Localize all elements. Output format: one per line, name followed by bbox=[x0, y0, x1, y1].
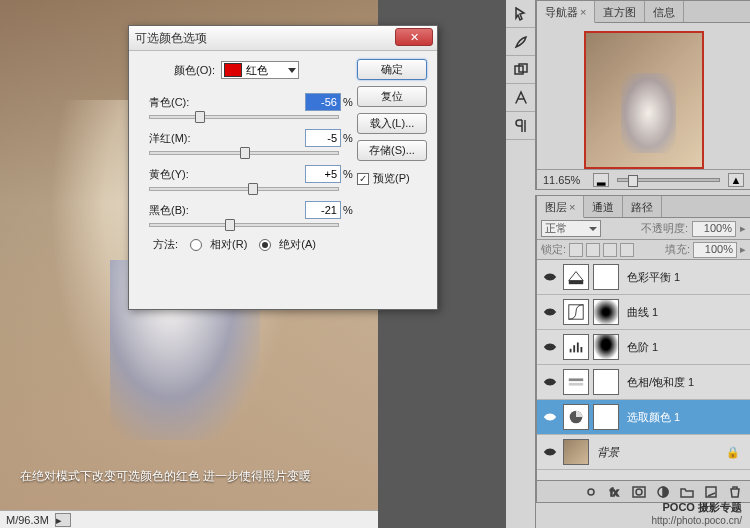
svg-rect-7 bbox=[570, 349, 572, 353]
relative-label[interactable]: 相对(R) bbox=[210, 237, 247, 252]
layer-row[interactable]: 色彩平衡 1 bbox=[537, 260, 750, 295]
visibility-icon[interactable] bbox=[541, 373, 559, 391]
relative-radio[interactable] bbox=[190, 239, 202, 251]
layer-mask-thumb[interactable] bbox=[593, 334, 619, 360]
slider-thumb-icon[interactable] bbox=[240, 147, 250, 159]
layer-name-label[interactable]: 选取颜色 1 bbox=[627, 410, 680, 425]
dialog-titlebar[interactable]: 可选颜色选项 ✕ bbox=[129, 26, 437, 51]
svg-text:fx: fx bbox=[610, 486, 619, 498]
tab-histogram[interactable]: 直方图 bbox=[595, 1, 645, 22]
zoom-slider[interactable] bbox=[617, 178, 720, 182]
black-slider[interactable] bbox=[149, 223, 339, 227]
chevron-down-icon bbox=[589, 227, 597, 231]
svg-rect-12 bbox=[569, 378, 583, 381]
paragraph-panel-icon[interactable] bbox=[506, 112, 535, 140]
svg-rect-3 bbox=[569, 281, 583, 285]
cyan-label: 青色(C): bbox=[149, 95, 207, 110]
close-button[interactable]: ✕ bbox=[395, 28, 433, 46]
character-panel-icon[interactable] bbox=[506, 84, 535, 112]
levels-thumb-icon[interactable] bbox=[563, 334, 589, 360]
blend-mode-dropdown[interactable]: 正常 bbox=[541, 220, 601, 237]
color-selected-name: 红色 bbox=[246, 63, 268, 78]
preview-label[interactable]: 预览(P) bbox=[373, 171, 410, 186]
link-layers-icon[interactable] bbox=[582, 484, 600, 500]
layer-row[interactable]: 色相/饱和度 1 bbox=[537, 365, 750, 400]
save-button[interactable]: 存储(S)... bbox=[357, 140, 427, 161]
lock-transparent-icon[interactable] bbox=[569, 243, 583, 257]
arrow-tool-icon[interactable] bbox=[506, 0, 535, 28]
layer-name-label[interactable]: 色阶 1 bbox=[627, 340, 658, 355]
close-icon[interactable]: × bbox=[569, 201, 575, 213]
layer-mask-thumb[interactable] bbox=[593, 299, 619, 325]
layer-mask-thumb[interactable] bbox=[593, 369, 619, 395]
magenta-slider[interactable] bbox=[149, 151, 339, 155]
adjustment-thumb-icon[interactable] bbox=[563, 264, 589, 290]
selective-color-dialog: 可选颜色选项 ✕ 颜色(O): 红色 青色(C): -56 % 洋红(M): -… bbox=[128, 25, 438, 310]
chevron-right-icon[interactable]: ▸ bbox=[740, 243, 746, 256]
add-mask-icon[interactable] bbox=[630, 484, 648, 500]
brush-panel-icon[interactable] bbox=[506, 28, 535, 56]
fill-input[interactable]: 100% bbox=[693, 242, 737, 258]
tab-navigator[interactable]: 导航器× bbox=[537, 1, 595, 23]
absolute-radio[interactable] bbox=[259, 239, 271, 251]
background-thumb[interactable] bbox=[563, 439, 589, 465]
cyan-input[interactable]: -56 bbox=[305, 93, 341, 111]
layer-row[interactable]: 背景 🔒 bbox=[537, 435, 750, 470]
navigator-thumbnail[interactable] bbox=[584, 31, 704, 169]
svg-point-14 bbox=[548, 415, 552, 419]
status-arrow-icon[interactable]: ▸ bbox=[55, 513, 71, 527]
zoom-in-button[interactable]: ▲ bbox=[728, 173, 744, 187]
curves-thumb-icon[interactable] bbox=[563, 299, 589, 325]
layer-fx-icon[interactable]: fx bbox=[606, 484, 624, 500]
absolute-label[interactable]: 绝对(A) bbox=[279, 237, 316, 252]
chevron-down-icon bbox=[288, 68, 296, 73]
load-button[interactable]: 载入(L)... bbox=[357, 113, 427, 134]
layer-row[interactable]: 色阶 1 bbox=[537, 330, 750, 365]
lock-paint-icon[interactable] bbox=[586, 243, 600, 257]
huesat-thumb-icon[interactable] bbox=[563, 369, 589, 395]
visibility-icon[interactable] bbox=[541, 268, 559, 286]
ok-button[interactable]: 确定 bbox=[357, 59, 427, 80]
selective-color-thumb-icon[interactable] bbox=[563, 404, 589, 430]
tab-paths[interactable]: 路径 bbox=[623, 196, 662, 217]
zoom-out-button[interactable]: ▂ bbox=[593, 173, 609, 187]
visibility-icon[interactable] bbox=[541, 303, 559, 321]
layer-mask-thumb[interactable] bbox=[593, 404, 619, 430]
slider-thumb-icon[interactable] bbox=[225, 219, 235, 231]
preview-checkbox[interactable] bbox=[357, 173, 369, 185]
layer-row[interactable]: 曲线 1 bbox=[537, 295, 750, 330]
slider-thumb-icon[interactable] bbox=[248, 183, 258, 195]
yellow-input[interactable]: +5 bbox=[305, 165, 341, 183]
black-input[interactable]: -21 bbox=[305, 201, 341, 219]
slider-thumb-icon[interactable] bbox=[195, 111, 205, 123]
visibility-icon[interactable] bbox=[541, 408, 559, 426]
layer-name-label[interactable]: 背景 bbox=[597, 445, 619, 460]
black-label: 黑色(B): bbox=[149, 203, 207, 218]
cyan-slider[interactable] bbox=[149, 115, 339, 119]
clone-panel-icon[interactable] bbox=[506, 56, 535, 84]
visibility-icon[interactable] bbox=[541, 443, 559, 461]
layer-row[interactable]: 选取颜色 1 bbox=[537, 400, 750, 435]
magenta-input[interactable]: -5 bbox=[305, 129, 341, 147]
pct-label: % bbox=[343, 96, 357, 108]
tab-channels[interactable]: 通道 bbox=[584, 196, 623, 217]
lock-move-icon[interactable] bbox=[603, 243, 617, 257]
layer-name-label[interactable]: 曲线 1 bbox=[627, 305, 658, 320]
tab-info[interactable]: 信息 bbox=[645, 1, 684, 22]
cancel-button[interactable]: 复位 bbox=[357, 86, 427, 107]
zoom-value[interactable]: 11.65% bbox=[543, 174, 591, 186]
canvas-statusbar: M/96.3M ▸ bbox=[0, 510, 378, 528]
color-label: 颜色(O): bbox=[163, 63, 221, 78]
lock-all-icon[interactable] bbox=[620, 243, 634, 257]
layer-name-label[interactable]: 色相/饱和度 1 bbox=[627, 375, 694, 390]
tab-layers[interactable]: 图层× bbox=[537, 196, 584, 218]
color-dropdown[interactable]: 红色 bbox=[221, 61, 299, 79]
opacity-input[interactable]: 100% bbox=[692, 221, 736, 237]
layer-mask-thumb[interactable] bbox=[593, 264, 619, 290]
close-icon[interactable]: × bbox=[580, 6, 586, 18]
color-swatch-icon bbox=[224, 63, 242, 77]
yellow-slider[interactable] bbox=[149, 187, 339, 191]
chevron-right-icon[interactable]: ▸ bbox=[740, 222, 746, 235]
visibility-icon[interactable] bbox=[541, 338, 559, 356]
layer-name-label[interactable]: 色彩平衡 1 bbox=[627, 270, 680, 285]
